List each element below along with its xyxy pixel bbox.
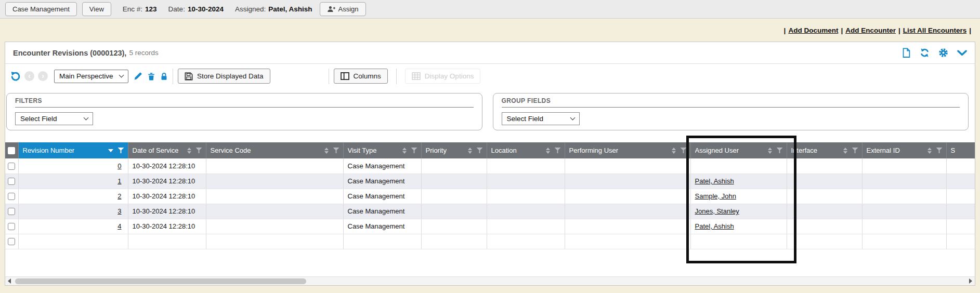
row-checkbox[interactable] [8,223,15,230]
table-row: 4 10-30-2024 12:28:10 Case Management Pa… [5,219,975,234]
priority-cell [421,158,487,174]
external-id-cell [862,158,946,174]
lock-icon[interactable] [160,72,168,81]
chevron-down-icon[interactable] [957,50,967,56]
sort-icon[interactable] [187,148,191,154]
assigned-label: Assigned: [235,5,266,13]
column-header-visit-type[interactable]: Visit Type [343,142,421,158]
location-cell [487,219,565,234]
select-all-checkbox[interactable] [8,147,15,154]
sort-icon[interactable] [546,148,550,154]
columns-button[interactable]: Columns [334,69,388,84]
service-code-cell [206,204,343,219]
encounter-revisions-panel: Encounter Revisions (0000123), 5 records [5,42,975,286]
external-id-cell [862,204,946,219]
sort-icon[interactable] [672,148,676,154]
filter-funnel-icon[interactable] [196,148,202,153]
column-header-location[interactable]: Location [487,142,565,158]
filter-funnel-icon[interactable] [477,148,483,153]
filter-funnel-icon[interactable] [777,148,783,153]
sort-icon[interactable] [324,148,329,154]
column-header-performing-user[interactable]: Performing User [565,142,690,158]
columns-label: Columns [354,72,381,80]
revision-link[interactable]: 1 [117,177,121,185]
column-header-clipped[interactable]: S [946,142,975,158]
undo-icon[interactable] [10,71,21,82]
table-header-row: Revision Number Date of Service Service … [5,142,975,158]
clipped-cell [946,158,975,174]
column-header-service-code[interactable]: Service Code [206,142,343,158]
column-label: S [951,146,956,154]
column-header-interface[interactable]: Interface [787,142,862,158]
table-row: 0 10-30-2024 12:28:10 Case Management [5,158,975,174]
sort-icon[interactable] [402,148,407,154]
horizontal-scrollbar[interactable] [5,276,975,285]
column-header-date-of-service[interactable]: Date of Service [128,142,206,158]
columns-icon [341,72,349,80]
row-checkbox[interactable] [8,178,15,185]
add-document-link[interactable]: Add Document [788,26,838,34]
clipped-cell [946,174,975,189]
assigned-user-link[interactable]: Patel, Ashish [695,222,734,230]
view-button[interactable]: View [82,2,111,16]
new-document-icon[interactable] [902,48,911,58]
chevron-left-icon: ‹ [24,71,34,81]
trash-icon[interactable] [147,72,155,81]
filter-funnel-icon[interactable] [411,148,417,153]
clipped-cell [946,204,975,219]
sort-icon[interactable] [927,148,932,154]
scroll-left-icon[interactable] [8,278,11,284]
perspective-selected-value: Main Perspective [59,72,113,80]
scroll-right-icon[interactable] [969,278,972,284]
revision-link[interactable]: 2 [117,192,121,200]
filter-funnel-icon[interactable] [936,148,943,153]
visit-type-cell: Case Management [343,158,421,174]
pencil-icon[interactable] [133,72,142,81]
perspective-toolbar: ‹ › Main Perspective [5,64,975,88]
column-header-assigned-user[interactable]: Assigned User [690,142,787,158]
chevron-right-icon: › [38,71,48,81]
location-cell [487,189,565,204]
filter-funnel-icon[interactable] [555,148,561,153]
column-header-external-id[interactable]: External ID [862,142,946,158]
revisions-table-clip: Revision Number Date of Service Service … [5,142,975,249]
assign-button[interactable]: Assign [320,2,366,16]
revision-link[interactable]: 4 [117,222,121,230]
filters-field-select[interactable]: Select Field [15,112,93,125]
assigned-user-link[interactable]: Patel, Ashish [695,177,734,185]
row-checkbox[interactable] [8,208,15,215]
refresh-icon[interactable] [920,48,930,58]
list-all-encounters-link[interactable]: List All Encounters [903,26,967,34]
sort-icon[interactable] [843,148,847,154]
add-encounter-link[interactable]: Add Encounter [845,26,896,34]
row-checkbox[interactable] [8,163,15,170]
filters-divider [15,107,474,108]
filter-funnel-icon[interactable] [333,148,339,153]
revision-link[interactable]: 0 [117,162,121,170]
priority-cell [421,189,487,204]
scrollbar-thumb[interactable] [15,278,306,284]
sort-icon[interactable] [768,148,772,154]
group-fields-selected-value: Select Field [507,115,544,123]
filter-funnel-icon[interactable] [681,148,687,153]
perspective-select[interactable]: Main Perspective [54,70,128,83]
column-header-revision-number[interactable]: Revision Number [18,142,128,158]
row-checkbox[interactable] [8,193,15,200]
assigned-user-link[interactable]: Jones, Stanley [695,207,739,215]
group-fields-select[interactable]: Select Field [502,112,580,125]
column-label: Performing User [569,146,619,154]
filter-funnel-icon[interactable] [118,148,124,153]
store-displayed-data-button[interactable]: Store Displayed Data [178,69,270,84]
row-checkbox[interactable] [8,238,15,245]
table-row: 1 10-30-2024 12:28:10 Case Management Pa… [5,174,975,189]
assigned-user-link[interactable]: Sample, John [695,192,737,200]
sort-desc-icon[interactable] [108,149,113,152]
gear-icon[interactable] [938,48,948,58]
case-management-button[interactable]: Case Management [5,2,77,16]
column-header-priority[interactable]: Priority [421,142,487,158]
sort-icon[interactable] [468,148,472,154]
column-label: External ID [867,146,900,154]
revision-link[interactable]: 3 [117,207,121,215]
date-of-service-cell: 10-30-2024 12:28:10 [128,158,206,174]
filter-funnel-icon[interactable] [852,148,858,153]
